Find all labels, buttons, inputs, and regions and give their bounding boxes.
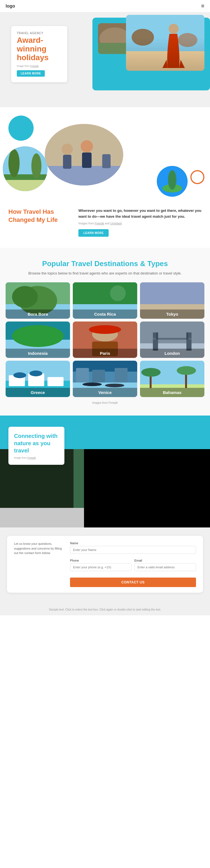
destination-card-bahamas[interactable]: Bahamas <box>140 361 204 397</box>
destinations-grid: Bora Bora Costa Rica <box>6 282 204 397</box>
svg-rect-78 <box>84 449 210 527</box>
unsplash-link[interactable]: Unsplash <box>110 222 122 225</box>
svg-rect-16 <box>63 155 71 169</box>
svg-rect-47 <box>153 338 191 340</box>
hero-images <box>98 15 204 85</box>
svg-rect-62 <box>76 368 89 382</box>
svg-point-55 <box>13 372 26 378</box>
hero-title: Award-winning holidays <box>17 36 62 62</box>
destination-card-bora-bora[interactable]: Bora Bora <box>6 282 70 319</box>
travel-changed-left: How Travel Has Changed My Life <box>8 208 70 224</box>
travel-changed-credit: Images from Freepik and Unsplash <box>79 222 202 225</box>
phone-email-row: Phone Email <box>70 559 196 576</box>
name-field-group: Name <box>70 541 196 557</box>
svg-point-7 <box>169 24 179 34</box>
svg-point-56 <box>29 370 42 376</box>
dest-bora-bora-label: Bora Bora <box>6 309 70 319</box>
hero-freepik-link[interactable]: Freepik <box>30 65 39 67</box>
travel-changed-section: How Travel Has Changed My Life Wherever … <box>0 197 210 248</box>
header: logo ≡ <box>0 0 210 12</box>
svg-point-6 <box>178 33 198 47</box>
svg-point-5 <box>131 29 154 45</box>
dest-bahamas-label: Bahamas <box>140 388 204 397</box>
svg-point-59 <box>83 382 102 386</box>
destination-card-costa-rica[interactable]: Costa Rica <box>73 282 137 319</box>
circle-blue-decoration <box>8 116 34 141</box>
svg-point-38 <box>12 325 64 347</box>
svg-rect-18 <box>82 153 92 168</box>
contact-description: Let us know your questions, suggestions … <box>14 541 64 555</box>
email-input[interactable] <box>134 563 196 571</box>
svg-rect-63 <box>92 370 105 383</box>
destination-card-indonesia[interactable]: Indonesia <box>6 321 70 358</box>
name-label: Name <box>70 541 196 545</box>
dest-costa-rica-label: Costa Rica <box>73 309 137 319</box>
contact-form-wrapper: Let us know your questions, suggestions … <box>7 536 203 593</box>
svg-rect-29 <box>73 282 137 304</box>
svg-point-17 <box>81 140 93 153</box>
hero-text-box: TRAVEL AGENCY Award-winning holidays Ima… <box>11 26 67 82</box>
svg-rect-14 <box>45 166 123 186</box>
nature-text-box: Connecting with nature as you travel Ima… <box>8 427 64 465</box>
travel-changed-title: How Travel Has Changed My Life <box>8 208 70 224</box>
email-field-group: Email <box>134 559 196 574</box>
nature-credit: Image from Freepik <box>14 456 59 459</box>
orange-ring-decoration <box>190 170 204 184</box>
dest-indonesia-label: Indonesia <box>6 349 70 358</box>
nature-title: Connecting with nature as you travel <box>14 432 59 454</box>
circle-people-image <box>45 124 123 186</box>
dest-paris-label: Paris <box>73 349 137 358</box>
svg-point-15 <box>62 144 73 155</box>
destination-card-paris[interactable]: Paris <box>73 321 137 358</box>
travel-learn-more-button[interactable]: LEARN MORE <box>79 229 109 237</box>
destination-card-tokyo[interactable]: Tokyo <box>140 282 204 319</box>
svg-rect-12 <box>3 180 48 191</box>
svg-point-27 <box>12 286 38 308</box>
name-input[interactable] <box>70 546 196 554</box>
svg-rect-54 <box>48 377 64 386</box>
svg-point-70 <box>177 366 196 375</box>
hamburger-menu[interactable]: ≡ <box>201 3 204 9</box>
svg-rect-3 <box>126 15 204 71</box>
contact-submit-button[interactable]: CONTACT US <box>70 578 196 587</box>
circles-section <box>0 107 210 197</box>
dest-london-label: London <box>140 349 204 358</box>
svg-point-60 <box>105 384 124 387</box>
destinations-title: Popular Travel Destinations & Types <box>6 259 204 269</box>
destination-card-london[interactable]: London <box>140 321 204 358</box>
hero-section: TRAVEL AGENCY Award-winning holidays Ima… <box>0 12 210 107</box>
phone-input[interactable] <box>70 563 131 571</box>
svg-point-69 <box>141 368 161 377</box>
nature-section: Connecting with nature as you travel Ima… <box>0 415 210 527</box>
circle-island-image <box>157 166 188 197</box>
hero-label: TRAVEL AGENCY <box>17 32 62 35</box>
svg-point-23 <box>168 170 176 190</box>
contact-section: Let us know your questions, suggestions … <box>0 527 210 604</box>
svg-point-11 <box>31 153 41 179</box>
phone-label: Phone <box>70 559 131 562</box>
svg-point-41 <box>89 325 121 334</box>
dest-tokyo-label: Tokyo <box>140 309 204 319</box>
logo: logo <box>6 4 15 9</box>
svg-point-31 <box>110 285 126 301</box>
svg-rect-49 <box>186 333 188 340</box>
travel-changed-description: Wherever you want to go, however you wan… <box>79 208 202 220</box>
travel-changed-right: Wherever you want to go, however you wan… <box>79 208 202 237</box>
contact-form: Name Phone Email CONTACT US <box>70 541 196 587</box>
dest-greece-label: Greece <box>6 388 70 397</box>
phone-field-group: Phone <box>70 559 131 574</box>
svg-rect-20 <box>102 154 111 168</box>
svg-point-10 <box>8 149 20 177</box>
freepik-link[interactable]: Freepik <box>95 222 104 225</box>
svg-rect-64 <box>115 368 128 382</box>
destination-card-greece[interactable]: Greece <box>6 361 70 397</box>
destination-card-venice[interactable]: Venice <box>73 361 137 397</box>
dest-venice-label: Venice <box>73 388 137 397</box>
footer-note: Sample text. Click to select the text bo… <box>0 604 210 615</box>
hero-learn-more-button[interactable]: LEARN MORE <box>17 70 45 77</box>
svg-point-19 <box>101 143 112 154</box>
destinations-credit: Images from Freepik <box>6 401 204 404</box>
svg-rect-4 <box>126 51 204 71</box>
hero-image-main <box>126 15 204 71</box>
nature-freepik-link[interactable]: Freepik <box>27 456 36 459</box>
